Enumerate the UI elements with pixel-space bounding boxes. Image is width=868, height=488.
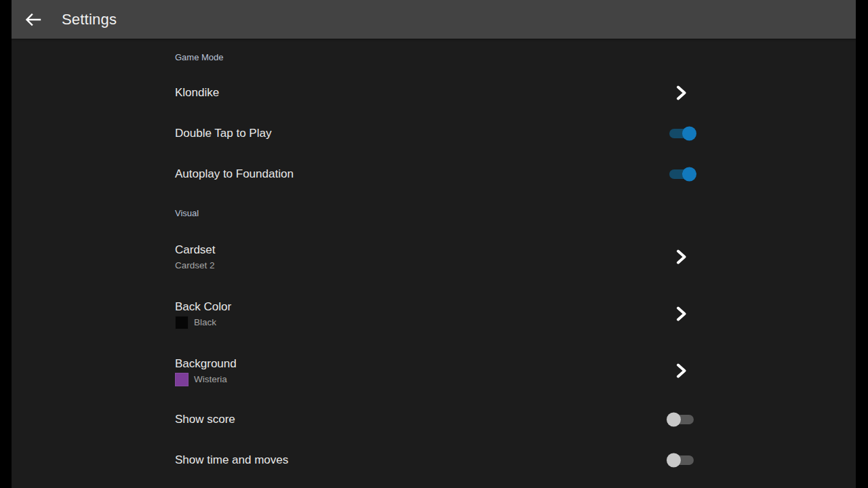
settings-row-game-mode-klondike[interactable]: Klondike — [175, 73, 696, 113]
row-title: Klondike — [175, 85, 219, 101]
toggle-thumb — [682, 167, 696, 182]
back-button[interactable] — [17, 3, 50, 36]
row-title: Back Color — [175, 299, 231, 315]
row-title: Double Tap to Play — [175, 125, 271, 142]
autoplay-toggle[interactable] — [669, 169, 694, 179]
row-subtitle: Cardset 2 — [175, 259, 215, 272]
settings-row-cardset[interactable]: Cardset Cardset 2 — [175, 228, 696, 285]
toggle-thumb — [682, 127, 696, 141]
toggle-thumb — [667, 453, 681, 468]
settings-row-show-score[interactable]: Show score — [175, 399, 696, 440]
app-window: Settings Game Mode Klondike Double Tap t… — [12, 0, 856, 488]
row-subtitle: Wisteria — [194, 373, 227, 386]
row-title: Background — [175, 356, 237, 372]
settings-row-background[interactable]: Background Wisteria — [175, 342, 696, 399]
show-time-moves-toggle[interactable] — [669, 455, 694, 465]
app-bar: Settings — [12, 0, 856, 39]
chevron-right-icon — [676, 363, 687, 378]
settings-row-back-color[interactable]: Back Color Black — [175, 285, 696, 342]
color-swatch-black — [175, 316, 189, 329]
row-title: Autoplay to Foundation — [175, 166, 294, 182]
chevron-right-icon — [676, 85, 687, 100]
show-score-toggle[interactable] — [669, 415, 694, 424]
color-swatch-wisteria — [175, 373, 189, 386]
row-subtitle: Black — [194, 316, 216, 329]
settings-row-autoplay-to-foundation[interactable]: Autoplay to Foundation — [175, 154, 696, 195]
page-title: Settings — [62, 11, 117, 28]
settings-list: Game Mode Klondike Double Tap to Play Au… — [175, 51, 696, 481]
chevron-right-icon — [676, 249, 687, 264]
row-title: Show score — [175, 411, 235, 428]
chevron-right-icon — [676, 306, 687, 321]
settings-row-double-tap-to-play[interactable]: Double Tap to Play — [175, 113, 696, 154]
double-tap-toggle[interactable] — [669, 129, 694, 138]
row-title: Cardset — [175, 242, 216, 258]
arrow-left-icon — [24, 10, 43, 29]
toggle-thumb — [667, 413, 681, 427]
section-label-game-mode: Game Mode — [175, 51, 696, 64]
settings-row-show-time-and-moves[interactable]: Show time and moves — [175, 440, 696, 481]
section-label-visual: Visual — [175, 207, 696, 220]
row-title: Show time and moves — [175, 452, 288, 468]
